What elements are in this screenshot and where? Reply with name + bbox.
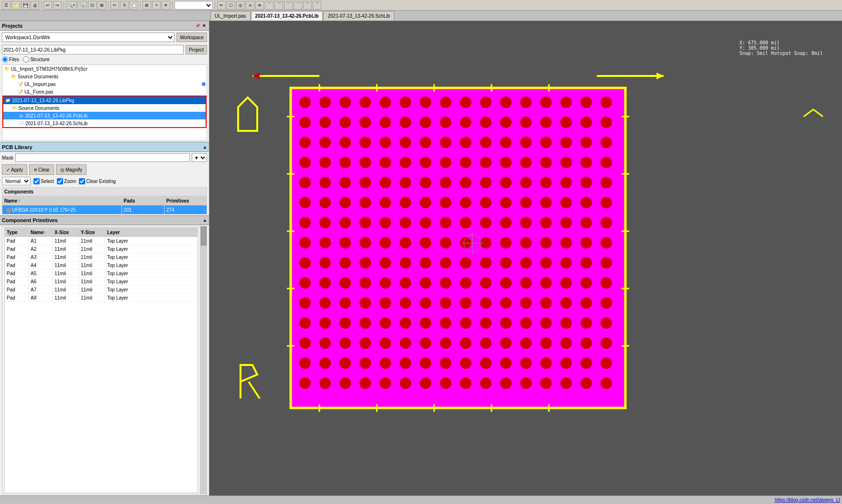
filter-mode-dropdown[interactable]: Normal Advanced bbox=[2, 177, 31, 185]
prim-row[interactable]: Pad A1 11mil 11mil Top Layer bbox=[5, 237, 197, 245]
prim-col-type[interactable]: Type bbox=[5, 228, 29, 236]
prim-row[interactable]: Pad A2 11mil 11mil Top Layer bbox=[5, 245, 197, 253]
tab-ul-import[interactable]: UL_Import.pas bbox=[210, 11, 251, 21]
tree-item-icon: 📁 bbox=[10, 73, 17, 80]
tree-item[interactable]: 📝UL_Form.pas bbox=[2, 88, 207, 96]
select-checkbox[interactable] bbox=[33, 178, 40, 184]
tab-schlib[interactable]: 2021-07-13_13-42-26.SchLib bbox=[323, 11, 394, 21]
prim-type: Pad bbox=[5, 245, 29, 253]
prim-col-name[interactable]: Name ↑ bbox=[29, 228, 53, 236]
magnify-icon: ◎ bbox=[60, 167, 65, 172]
tree-item[interactable]: 📁UL_Import_STM32H750IBK6.PrjScr bbox=[2, 65, 207, 73]
mask-type-dropdown[interactable]: ▼ bbox=[192, 153, 207, 162]
zoom-area-button[interactable]: ⊞ bbox=[98, 1, 106, 10]
prim-row[interactable]: Pad A4 11mil 11mil Top Layer bbox=[5, 261, 197, 269]
redo-button[interactable]: ↪ bbox=[53, 1, 62, 10]
route-btn-1[interactable]: ⌒ bbox=[265, 1, 273, 10]
zoom-label: Zoom bbox=[64, 179, 77, 184]
toolbar-btn-3[interactable]: 💾 bbox=[21, 1, 30, 10]
prim-row[interactable]: Pad A6 11mil 11mil Top Layer bbox=[5, 278, 197, 286]
zoom-out-button[interactable]: 🔍- bbox=[77, 1, 87, 10]
route-btn-2[interactable]: ⌒ bbox=[274, 1, 283, 10]
clear-existing-checkbox[interactable] bbox=[79, 178, 85, 184]
undo-button[interactable]: ↩ bbox=[44, 1, 52, 10]
canvas-area[interactable]: X: 675.000 mil Y: 305.000 mil Snap: 5mil… bbox=[209, 21, 842, 495]
structure-radio[interactable] bbox=[23, 56, 29, 63]
cross-button[interactable]: ✛ bbox=[162, 1, 170, 10]
sep-5 bbox=[172, 1, 173, 9]
component-row[interactable]: ▦ UFBGA 10X10 P 0.65 176+25 201 274 bbox=[2, 205, 207, 214]
col-name[interactable]: Name ↑ bbox=[2, 196, 122, 205]
view-mode-dropdown[interactable]: Altium Standard 2D bbox=[175, 1, 213, 10]
sep-1 bbox=[41, 1, 42, 9]
prim-row[interactable]: Pad A3 11mil 11mil Top Layer bbox=[5, 253, 197, 261]
route-btn-4[interactable]: ⌒ bbox=[294, 1, 302, 10]
plus-button[interactable]: + bbox=[152, 1, 161, 10]
prim-row[interactable]: Pad A8 11mil 11mil Top Layer bbox=[5, 294, 197, 302]
prim-col-layer[interactable]: Layer bbox=[105, 228, 143, 236]
tree-item[interactable]: 📝UL_Import.pas bbox=[2, 80, 207, 88]
tree-item[interactable]: 📄2021-07-13_13-42-26.SchLib bbox=[3, 119, 206, 127]
tree-item[interactable]: 🗂2021-07-13_13-42-26.PcbLib bbox=[3, 112, 206, 119]
files-radio[interactable] bbox=[2, 56, 8, 63]
draw-btn-3[interactable]: ◎ bbox=[236, 1, 245, 10]
primitives-scrollbar[interactable] bbox=[200, 226, 207, 494]
workspace-dropdown[interactable]: Workspace1.DsnWrk bbox=[2, 32, 175, 42]
draw-btn-4[interactable]: A bbox=[246, 1, 254, 10]
pcb-canvas[interactable] bbox=[209, 21, 842, 495]
route-btn-6[interactable]: ⌒ bbox=[313, 1, 321, 10]
project-input[interactable] bbox=[2, 45, 184, 54]
zoom-checkbox-label[interactable]: Zoom bbox=[57, 178, 77, 184]
prim-col-ysize[interactable]: Y-Size bbox=[79, 228, 105, 236]
col-primitives[interactable]: Primitives bbox=[164, 196, 207, 205]
draw-btn-2[interactable]: ⬡ bbox=[227, 1, 235, 10]
zoom-in-button[interactable]: 🔍+ bbox=[66, 1, 77, 10]
toolbar-btn-1[interactable]: ☰ bbox=[2, 1, 11, 10]
primitives-expand-icon[interactable]: ▲ bbox=[203, 218, 207, 223]
toolbar-btn-2[interactable]: 📁 bbox=[11, 1, 20, 10]
col-pads[interactable]: Pads bbox=[122, 196, 164, 205]
prim-type: Pad bbox=[5, 286, 29, 293]
snap-info: Snap: 5mil Hotspot Snap: 8mil bbox=[739, 51, 823, 56]
project-button[interactable]: Project bbox=[186, 45, 207, 54]
apply-button[interactable]: ✓ Apply bbox=[2, 164, 27, 175]
clear-existing-checkbox-label[interactable]: Clear Existing bbox=[79, 178, 116, 184]
select-checkbox-label[interactable]: Select bbox=[33, 178, 54, 184]
pin-icon[interactable]: 📌 bbox=[195, 23, 200, 29]
zoom-fit-button[interactable]: ⊡ bbox=[88, 1, 97, 10]
magnify-button[interactable]: ◎ Magnify bbox=[56, 164, 87, 175]
status-bar: https://blog.csdn.net/always_LI bbox=[0, 495, 842, 504]
paste-button[interactable]: 📋 bbox=[130, 1, 138, 10]
copy-button[interactable]: ⎘ bbox=[120, 1, 129, 10]
prim-ysize: 11mil bbox=[79, 245, 105, 253]
grid-button[interactable]: ⊞ bbox=[142, 1, 151, 10]
primitives-table-container: Type Name ↑ X-Size Y-Size Layer Pad A1 1… bbox=[2, 226, 207, 494]
files-radio-label[interactable]: Files bbox=[2, 56, 19, 63]
file-tree: 📁UL_Import_STM32H750IBK6.PrjScr📁Source D… bbox=[2, 64, 207, 141]
tree-item[interactable]: 📁Source Documents bbox=[3, 104, 206, 112]
cut-button[interactable]: ✂ bbox=[110, 1, 119, 10]
mask-input[interactable] bbox=[15, 153, 190, 162]
scroll-thumb[interactable] bbox=[201, 226, 207, 246]
pcblib-expand-icon[interactable]: ▲ bbox=[203, 145, 207, 150]
route-btn-5[interactable]: ⌒ bbox=[303, 1, 312, 10]
clear-button[interactable]: ✕ Clear bbox=[29, 164, 54, 175]
prim-row[interactable]: Pad A7 11mil 11mil Top Layer bbox=[5, 286, 197, 294]
tree-item[interactable]: 📁2021-07-13_13-42-26.LibPkg bbox=[3, 97, 206, 104]
structure-radio-label[interactable]: Structure bbox=[23, 56, 50, 63]
close-icon[interactable]: ✕ bbox=[201, 23, 207, 29]
prim-row[interactable]: Pad A5 11mil 11mil Top Layer bbox=[5, 269, 197, 278]
route-btn-3[interactable]: ⌒ bbox=[284, 1, 293, 10]
status-link[interactable]: https://blog.csdn.net/always_LI bbox=[775, 497, 840, 503]
draw-btn-1[interactable]: ✏ bbox=[217, 1, 226, 10]
prim-xsize: 11mil bbox=[53, 261, 79, 269]
workspace-button[interactable]: Workspace bbox=[176, 32, 207, 42]
tree-item[interactable]: 📁Source Documents bbox=[2, 73, 207, 80]
prim-ysize: 11mil bbox=[79, 269, 105, 277]
zoom-checkbox[interactable] bbox=[57, 178, 63, 184]
clear-existing-label: Clear Existing bbox=[86, 179, 116, 184]
tab-pcblib[interactable]: 2021-07-13_13-42-26.PcbLib bbox=[251, 11, 323, 21]
draw-btn-5[interactable]: ≋ bbox=[255, 1, 264, 10]
toolbar-btn-4[interactable]: 🖨 bbox=[31, 1, 39, 10]
prim-col-xsize[interactable]: X-Size bbox=[53, 228, 79, 236]
